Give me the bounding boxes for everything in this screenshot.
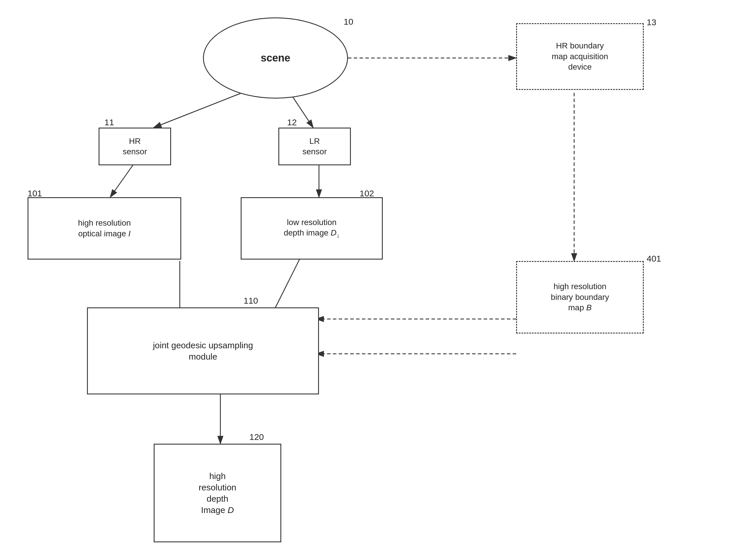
hr-boundary-device-node: HR boundary map acquisition device bbox=[516, 23, 644, 90]
lr-depth-image-ref: 102 bbox=[360, 188, 374, 198]
svg-line-2 bbox=[154, 90, 249, 127]
svg-line-5 bbox=[110, 162, 135, 197]
hr-depth-image-node: highresolutiondepthImage D bbox=[154, 444, 281, 542]
hr-optical-image-node: high resolutionoptical image I bbox=[27, 197, 181, 260]
hr-sensor-node: HR sensor bbox=[99, 127, 171, 165]
hr-depth-image-ref: 120 bbox=[249, 432, 264, 442]
joint-geodesic-label: joint geodesic upsampling module bbox=[153, 340, 253, 362]
scene-node: scene bbox=[203, 17, 348, 99]
scene-ref: 10 bbox=[344, 17, 353, 27]
joint-geodesic-ref: 110 bbox=[244, 296, 258, 306]
lr-depth-image-label: low resolutiondepth image D↓ bbox=[284, 217, 340, 240]
diagram: scene 10 HR sensor 11 LR sensor 12 HR bo… bbox=[0, 0, 740, 560]
hr-optical-image-label: high resolutionoptical image I bbox=[78, 218, 131, 239]
lr-depth-image-node: low resolutiondepth image D↓ bbox=[241, 197, 383, 260]
hr-optical-image-ref: 101 bbox=[27, 188, 42, 198]
scene-label: scene bbox=[261, 52, 290, 64]
lr-sensor-label: LR sensor bbox=[302, 136, 327, 157]
hr-depth-image-label: highresolutiondepthImage D bbox=[199, 470, 236, 516]
lr-sensor-node: LR sensor bbox=[278, 127, 351, 165]
hr-boundary-device-label: HR boundary map acquisition device bbox=[552, 40, 608, 72]
hr-binary-boundary-ref: 401 bbox=[647, 254, 661, 264]
hr-sensor-ref: 11 bbox=[104, 117, 114, 127]
hr-binary-boundary-node: high resolutionbinary boundarymap B bbox=[516, 261, 644, 334]
joint-geodesic-node: joint geodesic upsampling module bbox=[87, 307, 319, 394]
hr-sensor-label: HR sensor bbox=[123, 136, 147, 157]
lr-sensor-ref: 12 bbox=[287, 117, 297, 127]
hr-binary-boundary-label: high resolutionbinary boundarymap B bbox=[551, 281, 609, 313]
hr-boundary-device-ref: 13 bbox=[647, 17, 656, 27]
